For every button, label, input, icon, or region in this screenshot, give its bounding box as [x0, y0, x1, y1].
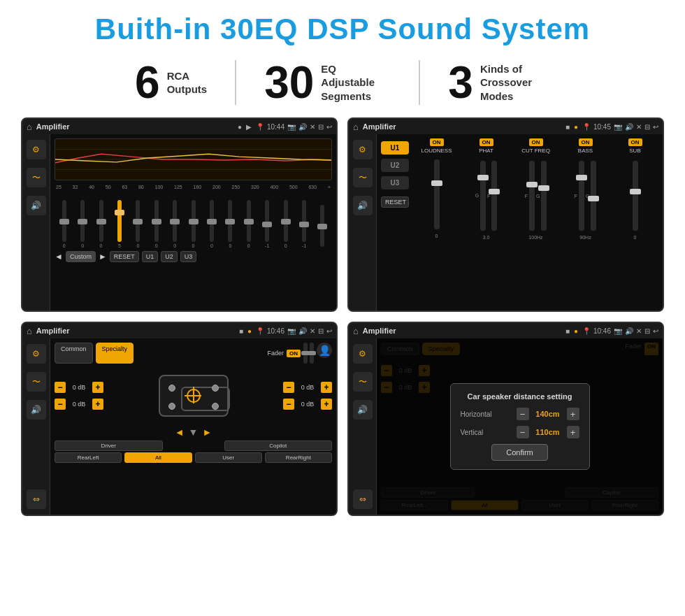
nav-down[interactable]: ▼	[189, 427, 199, 438]
nav-right[interactable]: ►	[202, 427, 212, 438]
fader-filter-btn[interactable]: ⚙	[27, 344, 46, 364]
tab-specialty[interactable]: Specialty	[96, 343, 134, 364]
modal-overlay: Car speaker distance setting Horizontal …	[377, 338, 663, 515]
all-btn[interactable]: All	[124, 452, 192, 463]
next-btn[interactable]: ►	[99, 252, 107, 262]
confirm-button[interactable]: Confirm	[491, 444, 548, 461]
sub-on[interactable]: ON	[628, 138, 642, 146]
nav-left[interactable]: ◄	[175, 427, 185, 438]
db-minus-4[interactable]: −	[283, 399, 294, 410]
u1-btn[interactable]: U1	[142, 251, 159, 262]
home-icon-2[interactable]: ⌂	[353, 122, 359, 132]
prev-btn[interactable]: ◄	[55, 252, 63, 262]
volume-icon: 🔊	[298, 123, 307, 131]
db-plus-1[interactable]: +	[92, 382, 103, 393]
eq-slider-3[interactable]: 0	[93, 200, 109, 248]
stat-number-eq: 30	[264, 60, 314, 105]
eq-slider-11[interactable]: 0	[240, 200, 257, 248]
horizontal-plus[interactable]: +	[567, 408, 579, 420]
u2-select[interactable]: U2	[381, 159, 409, 172]
distance-vol-btn[interactable]: 🔊	[353, 400, 373, 420]
home-icon[interactable]: ⌂	[27, 122, 32, 132]
eq-time: 10:44	[267, 123, 284, 131]
crosshair[interactable]	[187, 389, 201, 403]
sub-slider[interactable]	[633, 161, 638, 231]
reset-btn[interactable]: RESET	[110, 251, 139, 262]
cutfreq-slider-f[interactable]	[529, 161, 535, 231]
speaker-fl	[168, 385, 175, 392]
loudness-on[interactable]: ON	[430, 138, 444, 146]
eq-slider-6[interactable]: 0	[148, 200, 164, 248]
play-icon: ▶	[246, 123, 252, 131]
u2-btn[interactable]: U2	[161, 251, 178, 262]
stat-rca: 6 RCAOutputs	[107, 60, 236, 105]
db-plus-4[interactable]: +	[321, 399, 332, 410]
crossover-status-icons: 📍 10:45 📷 🔊 ✕ ⊟ ↩	[582, 123, 658, 131]
custom-btn[interactable]: Custom	[66, 251, 96, 262]
eq-slider-4[interactable]: 5	[111, 200, 127, 248]
speaker-rl	[168, 403, 175, 410]
eq-slider-5[interactable]: 0	[130, 200, 146, 248]
eq-slider-10[interactable]: 0	[222, 200, 238, 248]
horizontal-minus[interactable]: −	[517, 408, 529, 420]
fader-wave-btn[interactable]: 〜	[27, 372, 46, 392]
eq-slider-9[interactable]: 0	[203, 200, 219, 248]
fader-slider-2[interactable]	[310, 343, 314, 364]
db-minus-2[interactable]: −	[55, 399, 66, 410]
distance-wave-btn[interactable]: 〜	[353, 372, 373, 392]
u3-select[interactable]: U3	[381, 176, 409, 189]
eq-slider-13[interactable]: 0	[277, 200, 294, 248]
home-icon-4[interactable]: ⌂	[353, 326, 359, 336]
crossover-reset[interactable]: RESET	[381, 196, 409, 208]
cutfreq-on[interactable]: ON	[529, 138, 543, 146]
distance-filter-btn[interactable]: ⚙	[353, 344, 373, 364]
right-db-controls: − 0 dB + − 0 dB +	[283, 368, 332, 438]
phat-slider-f[interactable]	[491, 161, 497, 231]
eq-slider-12[interactable]: -1	[259, 200, 275, 248]
dot-icon-7: ●	[574, 327, 578, 335]
eq-slider-7[interactable]: 0	[166, 200, 182, 248]
bass-on[interactable]: ON	[579, 138, 593, 146]
crossover-wave-btn[interactable]: 〜	[353, 168, 373, 187]
driver-btn[interactable]: Driver	[55, 440, 163, 451]
db-minus-1[interactable]: −	[55, 382, 66, 393]
modal-title: Car speaker distance setting	[461, 392, 579, 401]
user-btn[interactable]: User	[195, 452, 262, 463]
eq-slider-2[interactable]: 0	[74, 200, 90, 248]
db-plus-2[interactable]: +	[92, 399, 103, 410]
rearright-btn[interactable]: RearRight	[265, 452, 332, 463]
eq-speaker-btn[interactable]: 🔊	[27, 196, 46, 215]
fader-status-icons: 📍 10:46 📷 🔊 ✕ ⊟ ↩	[256, 327, 332, 335]
eq-slider-14[interactable]: -1	[296, 200, 312, 248]
eq-wave-btn[interactable]: 〜	[27, 168, 46, 187]
home-icon-3[interactable]: ⌂	[27, 326, 32, 336]
camera-icon-4: 📷	[614, 327, 622, 335]
crossover-filter-btn[interactable]: ⚙	[353, 140, 373, 159]
fader-vol-btn[interactable]: 🔊	[27, 400, 46, 420]
eq-slider-8[interactable]: 0	[185, 200, 201, 248]
fader-arrow-btn[interactable]: ⇔	[27, 489, 46, 509]
u1-select[interactable]: U1	[381, 141, 409, 155]
vertical-plus[interactable]: +	[567, 426, 579, 438]
eq-filter-btn[interactable]: ⚙	[27, 140, 46, 159]
u3-btn[interactable]: U3	[180, 251, 197, 262]
loudness-slider[interactable]	[434, 159, 440, 229]
rearleft-btn[interactable]: RearLeft	[55, 452, 122, 463]
distance-arrow-btn[interactable]: ⇔	[353, 489, 373, 509]
db-minus-3[interactable]: −	[283, 382, 294, 393]
fader-layout: − 0 dB + − 0 dB +	[55, 368, 332, 438]
fader-on-badge[interactable]: ON	[287, 350, 301, 357]
cutfreq-slider-g[interactable]	[541, 161, 547, 231]
copilot-btn[interactable]: Copilot	[224, 440, 333, 451]
eq-slider-15[interactable]	[315, 205, 331, 248]
person-icon: 👤	[317, 343, 332, 358]
phat-on[interactable]: ON	[480, 138, 493, 146]
bass-slider-g[interactable]	[591, 161, 596, 231]
crossover-speaker-btn[interactable]: 🔊	[353, 196, 373, 215]
eq-slider-1[interactable]: 0	[56, 200, 72, 248]
db-plus-3[interactable]: +	[321, 382, 332, 393]
vertical-minus[interactable]: −	[517, 426, 529, 438]
bass-slider-f[interactable]	[579, 161, 584, 231]
phat-slider-g[interactable]	[480, 161, 486, 231]
tab-common[interactable]: Common	[55, 343, 93, 364]
